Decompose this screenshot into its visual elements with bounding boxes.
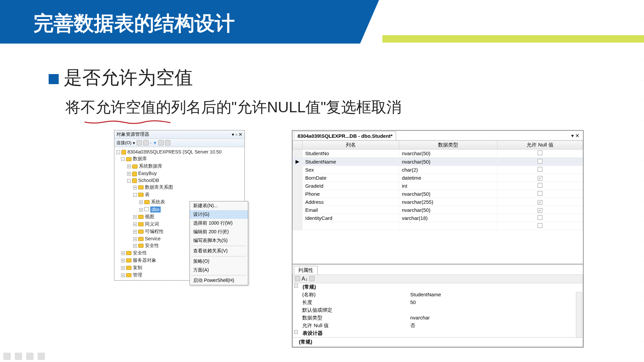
- tree-views[interactable]: 视图: [145, 214, 154, 219]
- tree-tables[interactable]: 表: [145, 192, 150, 197]
- footer-icon[interactable]: [3, 353, 11, 360]
- toolbar-icon[interactable]: [295, 276, 300, 281]
- allow-null-checkbox[interactable]: [538, 176, 542, 181]
- title-accent: [382, 35, 644, 43]
- col-name[interactable]: Sex: [303, 166, 399, 174]
- cp-name-val[interactable]: StudentName: [410, 292, 583, 298]
- sort-icon[interactable]: A↓: [302, 276, 308, 282]
- ctx-select-top[interactable]: 选择前 1000 行(W): [190, 219, 248, 228]
- cp-default-val[interactable]: [410, 307, 583, 313]
- toolbar-icon[interactable]: [137, 140, 142, 145]
- col-type[interactable]: nvarchar(50): [399, 206, 497, 214]
- cp-null-val[interactable]: 否: [410, 322, 583, 329]
- col-name[interactable]: Address: [303, 198, 399, 206]
- tree-service[interactable]: Service: [145, 236, 161, 241]
- col-name[interactable]: IdentityCard: [303, 214, 399, 222]
- explorer-toolbar: 连接(O)▾ ▫ ▼: [114, 139, 245, 147]
- col-type[interactable]: nvarchar(50): [399, 190, 497, 198]
- col-header-null: 允许 Null 值: [497, 141, 583, 149]
- bullet-text: 是否允许为空值: [64, 65, 193, 90]
- col-name[interactable]: Email: [303, 206, 399, 214]
- col-type[interactable]: char(2): [399, 166, 497, 174]
- tree-prog[interactable]: 可编程性: [145, 229, 164, 234]
- tree-diagram[interactable]: 数据库关系图: [145, 184, 173, 190]
- allow-null-checkbox[interactable]: [538, 223, 542, 228]
- cp-len-val[interactable]: 50: [410, 299, 583, 306]
- designer-tab-buttons[interactable]: ▾ ✕: [569, 131, 582, 140]
- col-type[interactable]: nvarchar(50): [399, 158, 497, 166]
- designer-row[interactable]: Emailnvarchar(50): [293, 206, 583, 214]
- allow-null-checkbox[interactable]: [538, 150, 542, 155]
- footer-icon[interactable]: [38, 353, 45, 360]
- tree-replication[interactable]: 复制: [133, 265, 142, 270]
- tree-serverobjs[interactable]: 服务器对象: [133, 257, 156, 263]
- colprops-tab[interactable]: 列属性: [294, 266, 318, 275]
- col-name[interactable]: Phone: [303, 190, 399, 198]
- ctx-facets[interactable]: 方面(A): [190, 266, 248, 275]
- designer-tab-bar: 8304a039\SQLEXPR...DB - dbo.Student* ▾ ✕: [292, 131, 583, 140]
- connect-button[interactable]: 连接(O): [116, 140, 131, 146]
- ctx-separator: [191, 246, 247, 246]
- cp-group-designer: 表设计器: [299, 330, 323, 337]
- designer-tab[interactable]: 8304a039\SQLEXPR...DB - dbo.Student*: [294, 131, 396, 140]
- allow-null-checkbox[interactable]: [538, 208, 542, 213]
- tree-systables[interactable]: 系统表: [151, 199, 165, 204]
- designer-row[interactable]: StudentNonvarchar(50): [293, 149, 583, 158]
- ctx-script-as[interactable]: 编写表脚本为(S): [190, 236, 248, 245]
- allow-null-checkbox[interactable]: [538, 215, 542, 220]
- explorer-header-buttons[interactable]: ▾ ▫ ✕: [232, 132, 243, 137]
- ctx-view-deps[interactable]: 查看依赖关系(V): [190, 247, 248, 255]
- cp-type-val[interactable]: nvarchar: [410, 315, 583, 321]
- tree-databases[interactable]: 数据库: [133, 156, 147, 161]
- tree-sysdbs[interactable]: 系统数据库: [139, 163, 162, 169]
- col-type[interactable]: nvarchar(50): [399, 149, 497, 158]
- tree-server[interactable]: 8304a039\SQLEXPRESS (SQL Server 10.50: [127, 149, 221, 155]
- designer-grid[interactable]: 列名 数据类型 允许 Null 值 StudentNonvarchar(50)▶…: [292, 140, 583, 230]
- explorer-title: 对象资源管理器: [116, 131, 149, 137]
- ctx-powershell[interactable]: 启动 PowerShell(H): [190, 276, 248, 285]
- tree-synonyms[interactable]: 同义词: [145, 221, 159, 227]
- toolbar-icon[interactable]: [158, 140, 164, 145]
- toolbar-icon[interactable]: [309, 276, 315, 281]
- col-type[interactable]: nvarchar(255): [399, 198, 497, 206]
- allow-null-checkbox[interactable]: [538, 200, 542, 205]
- designer-row[interactable]: IdentityCardvarchar(18): [293, 214, 583, 222]
- scrollbar-vertical[interactable]: [576, 292, 582, 338]
- footer-icon[interactable]: [26, 353, 34, 360]
- allow-null-checkbox[interactable]: [538, 191, 542, 196]
- tree-sec-inner[interactable]: 安全性: [145, 243, 159, 248]
- designer-row[interactable]: GradeIdint: [293, 182, 583, 190]
- col-type[interactable]: int: [399, 182, 497, 190]
- ctx-design[interactable]: 设计(G): [190, 210, 248, 219]
- allow-null-checkbox[interactable]: [538, 183, 542, 188]
- designer-row[interactable]: ▶StudentNamenvarchar(50): [293, 158, 583, 166]
- allow-null-checkbox[interactable]: [538, 167, 542, 172]
- toolbar-icon[interactable]: [143, 140, 149, 145]
- designer-row[interactable]: BornDatedatetime: [293, 174, 583, 182]
- footer-icon[interactable]: [15, 353, 22, 360]
- tree-management[interactable]: 管理: [133, 272, 142, 278]
- ctx-policies[interactable]: 策略(O): [190, 257, 248, 266]
- col-name[interactable]: BornDate: [303, 174, 399, 182]
- col-name[interactable]: StudentName: [303, 158, 399, 166]
- tree-schooldb[interactable]: SchoolDB: [138, 178, 159, 183]
- cp-len-key: 长度: [293, 299, 410, 306]
- tree-security[interactable]: 安全性: [133, 250, 147, 255]
- context-menu: 新建表(N)... 设计(G) 选择前 1000 行(W) 编辑前 200 行(…: [190, 201, 248, 285]
- tree-easybuy[interactable]: EasyBuy: [138, 171, 157, 176]
- object-explorer-panel: 对象资源管理器 ▾ ▫ ✕ 连接(O)▾ ▫ ▼ -8304a039\SQLEX…: [114, 130, 245, 281]
- ctx-new-table[interactable]: 新建表(N)...: [190, 201, 248, 210]
- designer-row[interactable]: Phonenvarchar(50): [293, 190, 583, 198]
- cp-footer: (常规): [296, 339, 312, 345]
- designer-row[interactable]: Sexchar(2): [293, 166, 583, 174]
- designer-row[interactable]: Addressnvarchar(255): [293, 198, 583, 206]
- toolbar-icon[interactable]: [165, 140, 170, 145]
- allow-null-checkbox[interactable]: [538, 159, 542, 164]
- col-name[interactable]: GradeId: [303, 182, 399, 190]
- col-name[interactable]: StudentNo: [303, 149, 399, 158]
- col-type[interactable]: varchar(18): [399, 214, 497, 222]
- ctx-edit-top[interactable]: 编辑前 200 行(E): [190, 228, 248, 236]
- col-type[interactable]: datetime: [399, 174, 497, 182]
- tree-dbo-selected[interactable]: dbo: [150, 206, 161, 213]
- cp-type-key: 数据类型: [293, 315, 410, 321]
